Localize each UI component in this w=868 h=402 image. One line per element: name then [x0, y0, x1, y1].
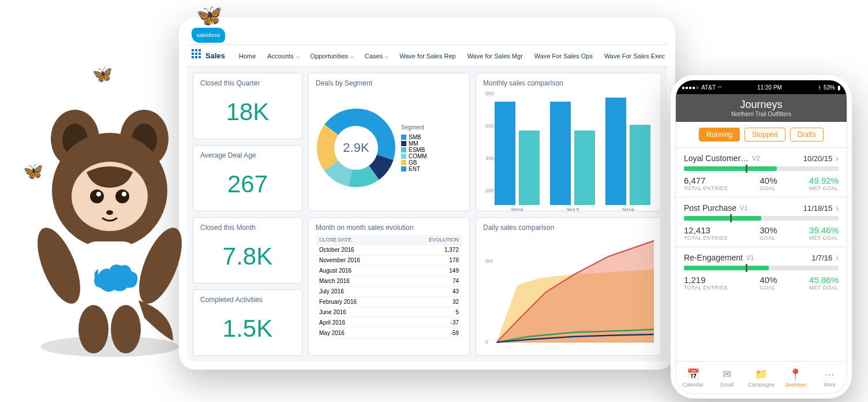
svg-point-15 [78, 305, 108, 353]
segment-legend: Segment SMBMMESMBCOMMGBENT [401, 124, 427, 172]
card-title: Daily sales comparison [483, 224, 654, 232]
journey-item[interactable]: Post PurchaseV111/18/15›12,413TOTAL ENTR… [676, 197, 847, 247]
tabbar-item[interactable]: ✉Email [710, 362, 744, 393]
journey-list: Loyal Customer…V210/20/15›6,477TOTAL ENT… [676, 147, 847, 361]
table-row[interactable]: June 20165 [316, 307, 462, 318]
area-chart: 5M 0 [483, 235, 654, 349]
tabbar-item[interactable]: 📍Journeys [779, 362, 813, 393]
bar-group: 2018 [605, 96, 650, 205]
tab-icon: ⋯ [824, 368, 835, 381]
svg-point-7 [90, 189, 104, 203]
bluetooth-icon: ᚼ [818, 84, 821, 91]
battery-icon: ▮ [837, 84, 841, 91]
astro-mascot [12, 104, 208, 358]
brand-bar: salesforce [187, 25, 667, 45]
bar-group: 2017 [550, 96, 595, 205]
kpi-avg-deal-age: Average Deal Age 267 [193, 145, 302, 211]
nav-item[interactable]: Wave for Sales Mgr [462, 45, 529, 66]
table-row[interactable]: March 201674 [316, 276, 462, 286]
filter-tab[interactable]: Stopped [744, 128, 785, 142]
table-header: CLOSE DATEEVOLUTION [316, 235, 462, 245]
bar-group: 2016 [495, 96, 540, 205]
deals-by-segment-card: Deals by Segment 2.9K Segment SMBMMESMBC… [308, 73, 470, 211]
dashboard-grid: Closed this Quarter 18K Average Deal Age… [187, 67, 667, 362]
chevron-right-icon: › [836, 253, 839, 262]
monthly-comparison-card: Monthly sales comparison 800600400200 20… [476, 73, 661, 211]
svg-point-16 [111, 305, 141, 353]
svg-point-10 [122, 192, 126, 196]
butterfly-icon: 🦋 [196, 3, 222, 28]
legend-item: MM [401, 140, 427, 147]
card-title: Average Deal Age [200, 151, 295, 159]
kpi-closed-quarter: Closed this Quarter 18K [193, 73, 302, 139]
battery-label: 53% [824, 84, 835, 91]
phone-status-bar: ●●●●○AT&T⌔ 11:20 PM ᚼ53%▮ [676, 80, 847, 94]
chevron-right-icon: › [836, 154, 839, 163]
clock: 11:20 PM [757, 84, 782, 91]
legend-item: GB [401, 159, 427, 166]
app-name: Sales [205, 51, 225, 60]
tabbar-item[interactable]: 📅Calendar [676, 362, 710, 393]
nav-bar: Sales HomeAccounts⌵Opportunities⌵Cases⌵W… [187, 45, 667, 67]
app-launcher-icon[interactable] [192, 49, 201, 63]
journey-item[interactable]: Re-EngagementV11/7/16›1,219TOTAL ENTRIES… [676, 247, 847, 296]
donut-center-value: 2.9K [316, 107, 396, 188]
table-row[interactable]: August 2016149 [316, 266, 462, 276]
wifi-icon: ⌔ [718, 84, 721, 91]
carrier-label: AT&T [701, 84, 716, 91]
phone-tabbar: 📅Calendar✉Email📁Campaigns📍Journeys⋯More [676, 361, 847, 393]
y-axis-label: 0 [485, 339, 488, 345]
tablet-frame: salesforce Sales HomeAccounts⌵Opportunit… [179, 17, 675, 370]
legend-item: ESMB [401, 147, 427, 153]
butterfly-icon: 🦋 [23, 162, 43, 181]
tab-icon: 📁 [755, 368, 768, 381]
svg-point-0 [40, 336, 179, 357]
nav-item[interactable]: Home [233, 45, 261, 66]
card-title: Month on month sales evolution [316, 224, 462, 232]
kpi-value: 1.5K [200, 307, 295, 349]
card-title: Monthly sales comparison [483, 79, 654, 87]
salesforce-logo: salesforce [192, 28, 225, 43]
kpi-value: 18K [200, 91, 295, 133]
nav-item[interactable]: Opportunities⌵ [305, 45, 359, 66]
legend-item: COMM [401, 153, 427, 159]
signal-icon: ●●●●○ [682, 84, 699, 91]
table-row[interactable]: April 2016-37 [316, 318, 462, 328]
nav-item[interactable]: Accounts⌵ [261, 45, 304, 66]
card-title: Closed this Month [200, 224, 295, 232]
legend-item: SMB [401, 134, 427, 140]
donut-chart: 2.9K [316, 107, 396, 188]
page-subtitle: Northern Trail Outfitters [676, 111, 847, 117]
nav-item[interactable]: Wave For Sales Ops [529, 45, 598, 66]
filter-tab[interactable]: Drafts [790, 128, 824, 142]
nav-item[interactable]: Cases⌵ [359, 45, 394, 66]
table-row[interactable]: May 2016-59 [316, 328, 462, 338]
legend-item: ENT [401, 166, 427, 172]
table-row[interactable]: October 20161,372 [316, 245, 462, 255]
card-title: Closed this Quarter [200, 79, 295, 87]
kpi-closed-month: Closed this Month 7.8K [193, 217, 302, 284]
daily-comparison-card: Daily sales comparison 5M 0 [476, 217, 661, 356]
svg-point-9 [96, 192, 101, 196]
butterfly-icon: 🦋 [92, 65, 113, 84]
tab-icon: 📅 [687, 368, 699, 381]
y-axis-label: 5M [485, 258, 493, 264]
card-title: Deals by Segment [316, 79, 462, 87]
phone-header: Journeys Northern Trail Outfitters [676, 94, 847, 122]
legend-title: Segment [401, 124, 427, 131]
nav-item[interactable]: Wave For Sales Exec [598, 45, 667, 66]
journey-item[interactable]: Loyal Customer…V210/20/15›6,477TOTAL ENT… [676, 147, 847, 197]
filter-tab[interactable]: Running [699, 128, 740, 142]
tabbar-item[interactable]: ⋯More [813, 362, 847, 393]
tabbar-item[interactable]: 📁Campaigns [744, 362, 778, 393]
kpi-value: 267 [200, 163, 295, 205]
table-row[interactable]: November 2016178 [316, 255, 462, 266]
kpi-completed-activities: Completed Activities 1.5K [193, 289, 302, 356]
table-row[interactable]: February 201632 [316, 297, 462, 307]
table-row[interactable]: July 201643 [316, 286, 462, 297]
svg-point-8 [115, 189, 129, 203]
chevron-right-icon: › [836, 203, 839, 213]
nav-item[interactable]: Wave for Sales Rep [394, 45, 461, 66]
bar-chart: 800600400200 201620172018 [483, 91, 654, 205]
filter-tabs: RunningStoppedDrafts [676, 122, 847, 147]
